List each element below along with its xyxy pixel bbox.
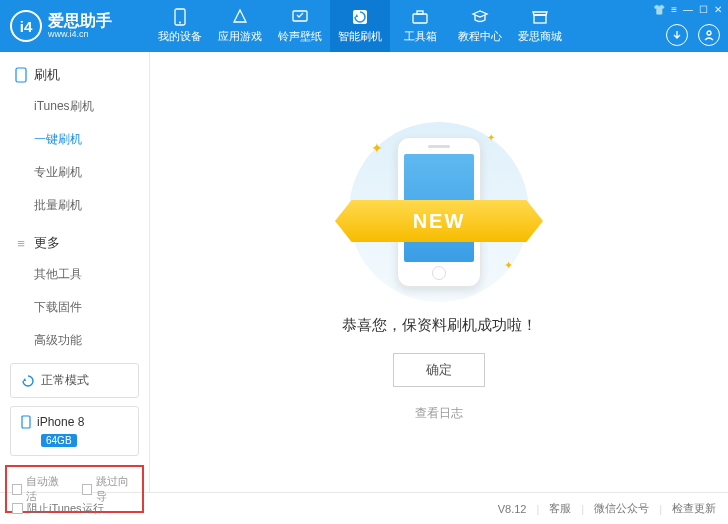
top-bar: i4 爱思助手 www.i4.cn 我的设备 应用游戏 铃声壁纸 智能刷机 工具… [0,0,728,52]
tab-my-device[interactable]: 我的设备 [150,0,210,52]
header-actions [666,24,720,46]
device-name: iPhone 8 [37,415,84,429]
sidebar-item-onekey-flash[interactable]: 一键刷机 [0,123,149,156]
check-update-link[interactable]: 检查更新 [672,501,716,516]
sidebar-item-download-firmware[interactable]: 下载固件 [0,291,149,324]
sidebar: 刷机 iTunes刷机 一键刷机 专业刷机 批量刷机 ≡ 更多 其他工具 下载固… [0,52,150,492]
checkbox-label: 自动激活 [26,474,67,504]
sidebar-item-advanced[interactable]: 高级功能 [0,324,149,357]
tab-label: 爱思商城 [518,29,562,44]
new-ribbon: NEW [335,200,543,242]
sidebar-section-flash[interactable]: 刷机 [0,60,149,90]
tab-label: 铃声壁纸 [278,29,322,44]
user-icon[interactable] [698,24,720,46]
phone-icon [14,68,28,82]
refresh-icon [21,374,35,388]
tutorial-icon [471,8,489,26]
sparkle-icon: ✦ [371,140,383,156]
wechat-link[interactable]: 微信公众号 [594,501,649,516]
checkbox-label: 跳过向导 [96,474,137,504]
checkbox-icon [82,484,92,495]
more-icon: ≡ [14,236,28,250]
success-message: 恭喜您，保资料刷机成功啦！ [342,316,537,335]
version-label: V8.12 [498,503,527,515]
tab-label: 应用游戏 [218,29,262,44]
svg-point-7 [707,31,711,35]
device-small-icon [21,415,31,429]
app-subtitle: www.i4.cn [48,29,112,39]
device-icon [171,8,189,26]
checkbox-block-itunes[interactable]: 阻止iTunes运行 [12,501,104,516]
flash-icon [351,8,369,26]
store-icon [531,8,549,26]
svg-rect-8 [16,68,26,82]
svg-rect-6 [534,15,546,23]
svg-rect-5 [417,11,423,14]
confirm-button[interactable]: 确定 [393,353,485,387]
checkbox-label: 阻止iTunes运行 [27,501,104,516]
maximize-icon[interactable]: ☐ [699,4,708,15]
minimize-icon[interactable]: — [683,4,693,15]
top-tabs: 我的设备 应用游戏 铃声壁纸 智能刷机 工具箱 教程中心 爱思商城 [150,0,570,52]
tab-label: 智能刷机 [338,29,382,44]
checkbox-icon [12,503,23,514]
storage-badge: 64GB [41,434,77,447]
mode-selector[interactable]: 正常模式 [10,363,139,398]
download-icon[interactable] [666,24,688,46]
tab-ringtones[interactable]: 铃声壁纸 [270,0,330,52]
sidebar-item-batch-flash[interactable]: 批量刷机 [0,189,149,222]
view-log-link[interactable]: 查看日志 [415,405,463,422]
tab-tutorials[interactable]: 教程中心 [450,0,510,52]
success-illustration: ✦ ✦ ✦ NEW [349,122,529,302]
tab-store[interactable]: 爱思商城 [510,0,570,52]
ringtone-icon [291,8,309,26]
tab-smart-flash[interactable]: 智能刷机 [330,0,390,52]
tab-toolbox[interactable]: 工具箱 [390,0,450,52]
window-controls: 👕 ≡ — ☐ ✕ [653,4,722,15]
tab-apps[interactable]: 应用游戏 [210,0,270,52]
tab-label: 工具箱 [404,29,437,44]
logo-icon: i4 [10,10,42,42]
svg-rect-9 [22,416,30,428]
skin-icon[interactable]: 👕 [653,4,665,15]
sparkle-icon: ✦ [504,259,513,272]
menu-icon[interactable]: ≡ [671,4,677,15]
checkbox-auto-activate[interactable]: 自动激活 [12,474,68,504]
checkbox-icon [12,484,22,495]
tab-label: 教程中心 [458,29,502,44]
sidebar-section-more[interactable]: ≡ 更多 [0,228,149,258]
device-info[interactable]: iPhone 8 64GB [10,406,139,456]
close-icon[interactable]: ✕ [714,4,722,15]
sidebar-item-other-tools[interactable]: 其他工具 [0,258,149,291]
support-link[interactable]: 客服 [549,501,571,516]
sparkle-icon: ✦ [487,132,495,143]
apps-icon [231,8,249,26]
svg-point-1 [179,22,181,24]
sidebar-item-itunes-flash[interactable]: iTunes刷机 [0,90,149,123]
toolbox-icon [411,8,429,26]
section-title: 刷机 [34,66,60,84]
checkbox-skip-guide[interactable]: 跳过向导 [82,474,138,504]
section-title: 更多 [34,234,60,252]
main-content: ✦ ✦ ✦ NEW 恭喜您，保资料刷机成功啦！ 确定 查看日志 [150,52,728,492]
mode-label: 正常模式 [41,372,89,389]
app-title: 爱思助手 [48,13,112,29]
tab-label: 我的设备 [158,29,202,44]
svg-rect-4 [413,14,427,23]
logo-area: i4 爱思助手 www.i4.cn [0,10,150,42]
sidebar-item-pro-flash[interactable]: 专业刷机 [0,156,149,189]
